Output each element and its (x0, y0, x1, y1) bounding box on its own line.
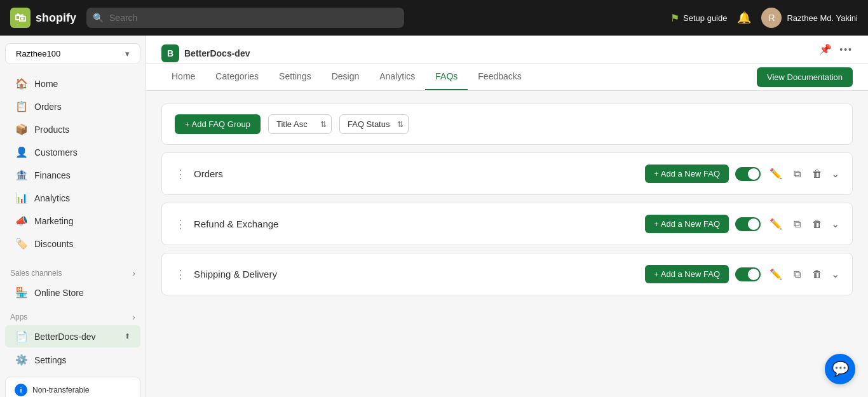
faq-group-row-shipping: ⋮ Shipping & Delivery + Add a New FAQ ✏️… (162, 253, 852, 295)
sidebar-item-label-analytics: Analytics (34, 193, 70, 203)
sales-channels-expand-icon[interactable]: › (132, 268, 135, 278)
app-title: BetterDocs-dev (184, 48, 250, 58)
setup-guide-button[interactable]: ⚑ Setup guide (670, 12, 727, 24)
app-header-actions: 📌 ••• (819, 43, 853, 63)
delete-icon-orders[interactable]: 🗑 (810, 166, 825, 182)
tabs: Home Categories Settings Design Analytic… (161, 64, 532, 90)
non-transferable-label: Non-transferable (32, 386, 89, 394)
add-new-faq-button-refund[interactable]: + Add a New FAQ (645, 215, 729, 233)
sidebar-item-label-home: Home (34, 79, 58, 89)
topbar: 🛍 shopify 🔍 ⚑ Setup guide 🔔 R Razthee Md… (0, 0, 868, 36)
toggle-shipping[interactable] (735, 267, 761, 281)
search-input[interactable] (86, 8, 404, 28)
app-header-left: B BetterDocs-dev (161, 44, 250, 62)
sidebar-item-label-online-store: Online Store (34, 288, 84, 298)
sidebar-item-products[interactable]: 📦 Products (5, 118, 140, 140)
delete-icon-shipping[interactable]: 🗑 (810, 266, 825, 283)
sidebar-item-label-settings: Settings (34, 355, 67, 365)
sales-channels-label: Sales channels (10, 269, 62, 278)
copy-icon-refund[interactable]: ⧉ (791, 216, 803, 232)
add-new-faq-button-shipping[interactable]: + Add a New FAQ (645, 265, 729, 283)
betterdocs-icon: 📄 (15, 330, 28, 342)
marketing-icon: 📣 (15, 215, 28, 227)
faq-group-name-refund: Refund & Exchange (194, 219, 637, 229)
user-avatar-wrap[interactable]: R Razthee Md. Yakini (761, 8, 858, 28)
sidebar-item-orders[interactable]: 📋 Orders (5, 95, 140, 118)
topbar-right: ⚑ Setup guide 🔔 R Razthee Md. Yakini (670, 8, 858, 28)
pin-icon[interactable]: 📌 (819, 43, 832, 55)
tab-design[interactable]: Design (322, 64, 370, 90)
add-faq-group-button[interactable]: + Add FAQ Group (175, 114, 261, 134)
tab-nav: Home Categories Settings Design Analytic… (146, 64, 868, 91)
delete-icon-refund[interactable]: 🗑 (810, 216, 825, 232)
store-selector-chevron: ▾ (125, 49, 130, 58)
notification-icon[interactable]: 🔔 (737, 11, 751, 25)
discounts-icon: 🏷️ (15, 238, 28, 250)
info-icon: i (15, 384, 27, 396)
orders-icon: 📋 (15, 100, 28, 112)
apps-section: Apps › (0, 304, 146, 325)
sidebar-item-customers[interactable]: 👤 Customers (5, 141, 140, 163)
copy-icon-orders[interactable]: ⧉ (791, 166, 803, 182)
sidebar-item-analytics[interactable]: 📊 Analytics (5, 187, 140, 209)
tab-settings[interactable]: Settings (269, 64, 322, 90)
faq-group-actions-orders: + Add a New FAQ ✏️ ⧉ 🗑 ⌄ (645, 165, 839, 183)
drag-handle-shipping[interactable]: ⋮ (175, 267, 186, 281)
avatar: R (761, 8, 782, 28)
store-selector[interactable]: Razthee100 ▾ (5, 43, 140, 64)
toggle-refund[interactable] (735, 217, 761, 231)
products-icon: 📦 (15, 123, 28, 135)
faq-group-refund: ⋮ Refund & Exchange + Add a New FAQ ✏️ ⧉… (161, 203, 853, 245)
apps-label: Apps (10, 313, 27, 321)
apps-expand-icon[interactable]: › (132, 312, 135, 322)
status-select-wrap: FAQ Status Active Inactive (339, 114, 409, 134)
tab-feedbacks[interactable]: Feedbacks (468, 64, 531, 90)
flag-icon: ⚑ (670, 12, 679, 24)
expand-icon-refund[interactable]: ⌄ (831, 218, 839, 230)
sidebar-item-label-betterdocs: BetterDocs-dev (34, 332, 95, 342)
chat-bubble-button[interactable]: 💬 (825, 354, 855, 384)
sidebar-item-settings[interactable]: ⚙️ Settings (5, 349, 140, 371)
drag-handle-refund[interactable]: ⋮ (175, 217, 186, 231)
sidebar-item-label-discounts: Discounts (34, 239, 73, 249)
edit-icon-refund[interactable]: ✏️ (767, 215, 785, 232)
toggle-orders[interactable] (735, 167, 761, 181)
drag-handle-orders[interactable]: ⋮ (175, 167, 186, 181)
sidebar-item-betterdocs[interactable]: 📄 BetterDocs-dev ⬆ (5, 325, 140, 347)
sidebar-item-home[interactable]: 🏠 Home (5, 72, 140, 95)
sidebar-item-online-store[interactable]: 🏪 Online Store (5, 281, 140, 304)
expand-icon-shipping[interactable]: ⌄ (831, 268, 839, 280)
setup-guide-label: Setup guide (683, 13, 727, 23)
faq-group-actions-refund: + Add a New FAQ ✏️ ⧉ 🗑 ⌄ (645, 215, 839, 233)
tab-analytics[interactable]: Analytics (369, 64, 425, 90)
search-bar: 🔍 (86, 8, 404, 28)
shopify-brand-name: shopify (36, 11, 76, 25)
faq-group-shipping: ⋮ Shipping & Delivery + Add a New FAQ ✏️… (161, 253, 853, 295)
shopify-logo: 🛍 shopify (10, 8, 76, 28)
tab-faqs[interactable]: FAQs (425, 64, 468, 90)
sidebar-item-label-customers: Customers (34, 147, 78, 158)
finances-icon: 🏦 (15, 169, 28, 181)
expand-icon-orders[interactable]: ⌄ (831, 168, 839, 180)
more-options-icon[interactable]: ••• (839, 44, 853, 55)
tab-home[interactable]: Home (161, 64, 205, 90)
add-new-faq-button-orders[interactable]: + Add a New FAQ (645, 165, 729, 183)
sort-select-wrap: Title Asc Title Desc (268, 114, 332, 134)
user-name: Razthee Md. Yakini (787, 13, 858, 23)
sidebar-item-marketing[interactable]: 📣 Marketing (5, 210, 140, 232)
tab-categories[interactable]: Categories (205, 64, 269, 90)
edit-icon-orders[interactable]: ✏️ (767, 165, 785, 182)
home-icon: 🏠 (15, 77, 28, 90)
edit-icon-shipping[interactable]: ✏️ (767, 266, 785, 283)
faq-group-orders: ⋮ Orders + Add a New FAQ ✏️ ⧉ 🗑 ⌄ (161, 152, 853, 195)
sidebar-item-finances[interactable]: 🏦 Finances (5, 164, 140, 186)
sort-select[interactable]: Title Asc Title Desc (268, 114, 332, 134)
online-store-icon: 🏪 (15, 286, 28, 299)
status-select[interactable]: FAQ Status Active Inactive (339, 114, 409, 134)
sidebar-item-label-orders: Orders (34, 102, 62, 112)
sidebar-item-discounts[interactable]: 🏷️ Discounts (5, 232, 140, 255)
view-documentation-button[interactable]: View Documentation (757, 67, 853, 87)
app-header: B BetterDocs-dev 📌 ••• (146, 36, 868, 64)
copy-icon-shipping[interactable]: ⧉ (791, 266, 803, 283)
filter-bar: + Add FAQ Group Title Asc Title Desc FAQ… (161, 104, 853, 145)
